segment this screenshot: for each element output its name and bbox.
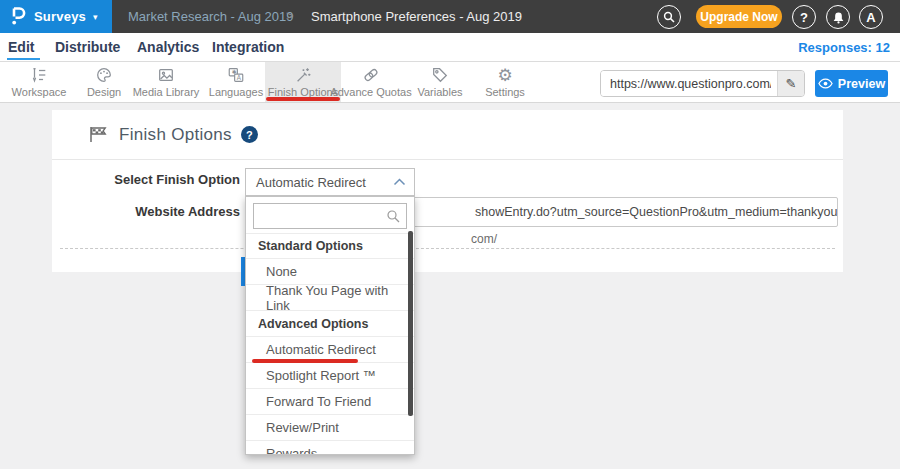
caret-down-icon: ▾ xyxy=(93,12,98,22)
dropdown-search-box xyxy=(253,203,407,229)
edit-toolbar: Workspace Design Media Library xyxy=(0,62,900,103)
finish-options-red-annotation xyxy=(266,97,340,101)
survey-url-input[interactable] xyxy=(601,71,777,96)
media-library-icon xyxy=(157,66,175,84)
questionpro-app: Surveys ▾ Market Research - Aug 2019 > S… xyxy=(0,0,900,469)
active-tab-underline xyxy=(7,58,40,60)
tab-distribute[interactable]: Distribute xyxy=(55,39,120,55)
chevron-up-icon xyxy=(393,178,406,186)
top-header: Surveys ▾ Market Research - Aug 2019 > S… xyxy=(0,0,900,33)
website-address-label: Website Address xyxy=(100,204,240,219)
help-button[interactable]: ? xyxy=(792,5,816,29)
search-icon xyxy=(386,209,400,223)
option-automatic-redirect[interactable]: Automatic Redirect xyxy=(246,337,414,363)
dropdown-option-list: Standard Options None Thank You Page wit… xyxy=(246,233,414,455)
eye-icon xyxy=(818,78,833,89)
survey-url-box: ✎ xyxy=(600,70,805,97)
option-thank-you-page-with-link[interactable]: Thank You Page with Link xyxy=(246,285,414,311)
website-address-hint: com/ xyxy=(471,232,497,246)
toolbar-item-design[interactable]: Design xyxy=(79,62,129,102)
dropdown-search-input[interactable] xyxy=(254,209,386,223)
section-divider xyxy=(60,248,835,249)
toolbar-item-settings[interactable]: ⚙ Settings xyxy=(479,62,531,102)
option-rewards[interactable]: Rewards xyxy=(246,441,414,455)
page-title: Finish Options xyxy=(119,125,232,145)
finish-options-panel: Finish Options ? Select Finish Option We… xyxy=(52,110,843,272)
tab-integration[interactable]: Integration xyxy=(212,39,284,55)
finish-option-select[interactable]: Automatic Redirect xyxy=(245,168,415,196)
section-nav: Edit Distribute Analytics Integration Re… xyxy=(0,33,900,62)
tab-edit[interactable]: Edit xyxy=(8,39,34,55)
responses-count[interactable]: Responses: 12 xyxy=(798,40,890,55)
settings-gear-icon: ⚙ xyxy=(497,66,512,84)
edit-url-pencil-icon[interactable]: ✎ xyxy=(777,71,804,96)
group-advanced-options: Advanced Options xyxy=(246,311,414,337)
toolbar-item-workspace[interactable]: Workspace xyxy=(8,62,70,102)
notifications-button[interactable] xyxy=(826,5,850,29)
toolbar-item-advance-quotas[interactable]: Advance Quotas xyxy=(329,62,413,102)
select-finish-option-label: Select Finish Option xyxy=(100,172,240,187)
advance-quotas-icon xyxy=(362,66,380,84)
dropdown-scrollbar[interactable] xyxy=(408,231,413,416)
option-review-print[interactable]: Review/Print xyxy=(246,415,414,441)
product-menu[interactable]: Surveys ▾ xyxy=(0,0,112,33)
breadcrumb-parent[interactable]: Market Research - Aug 2019 xyxy=(128,9,293,24)
finish-option-dropdown: Standard Options None Thank You Page wit… xyxy=(245,196,415,455)
account-avatar[interactable]: A xyxy=(859,5,883,29)
preview-button[interactable]: Preview xyxy=(815,70,888,97)
breadcrumb-current: Smartphone Preferences - Aug 2019 xyxy=(311,9,522,24)
design-icon xyxy=(95,66,113,84)
group-standard-options: Standard Options xyxy=(246,233,414,259)
toolbar-item-languages[interactable]: ✱ A Languages xyxy=(205,62,267,102)
languages-icon: ✱ A xyxy=(227,66,245,84)
option-none[interactable]: None xyxy=(246,259,414,285)
panel-title-row: Finish Options ? xyxy=(52,110,843,160)
selected-finish-option: Automatic Redirect xyxy=(256,175,393,190)
avatar-letter: A xyxy=(866,11,875,24)
option-forward-to-friend[interactable]: Forward To Friend xyxy=(246,389,414,415)
questionpro-logo-icon xyxy=(0,0,34,33)
tab-analytics[interactable]: Analytics xyxy=(137,39,199,55)
toolbar-item-variables[interactable]: Variables xyxy=(414,62,466,102)
upgrade-now-button[interactable]: Upgrade Now xyxy=(696,5,782,28)
preview-label: Preview xyxy=(838,77,885,91)
product-menu-label: Surveys xyxy=(34,9,86,24)
title-help-icon[interactable]: ? xyxy=(241,126,258,143)
variables-icon xyxy=(431,66,449,84)
workspace-icon xyxy=(30,66,48,84)
finish-options-icon xyxy=(294,66,312,84)
toolbar-item-media-library[interactable]: Media Library xyxy=(127,62,205,102)
finish-flag-icon xyxy=(88,125,109,144)
search-icon xyxy=(663,11,675,23)
bell-icon xyxy=(832,11,845,24)
search-button[interactable] xyxy=(657,5,681,29)
option-spotlight-report[interactable]: Spotlight Report ™ xyxy=(246,363,414,389)
breadcrumb-separator: > xyxy=(286,8,294,23)
question-icon: ? xyxy=(800,11,808,24)
